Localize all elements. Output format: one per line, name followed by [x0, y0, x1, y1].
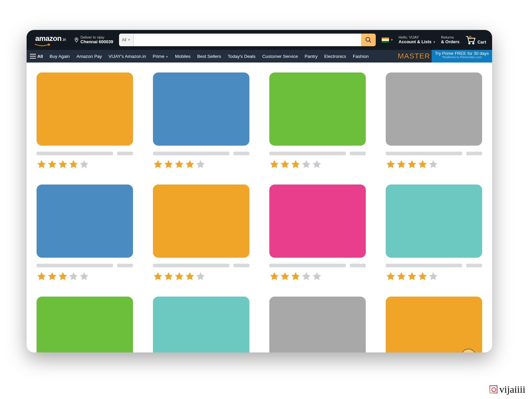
- logo-smile-icon: [33, 44, 53, 47]
- product-thumbnail[interactable]: [269, 297, 366, 352]
- product-card[interactable]: [386, 297, 482, 352]
- nav-item-pantry[interactable]: Pantry: [301, 54, 321, 59]
- product-card[interactable]: [153, 297, 249, 352]
- product-card[interactable]: [153, 185, 249, 281]
- product-thumbnail[interactable]: [37, 185, 133, 258]
- returns-orders[interactable]: Returns & Orders: [438, 34, 462, 46]
- product-thumbnail[interactable]: [153, 185, 249, 258]
- product-thumbnail[interactable]: [153, 297, 249, 352]
- product-thumbnail[interactable]: [37, 72, 133, 146]
- nav-item-best-sellers[interactable]: Best Sellers: [194, 54, 224, 59]
- instagram-icon: [489, 385, 497, 393]
- star-icon: [291, 159, 301, 169]
- search-input[interactable]: [134, 34, 361, 46]
- deliver-to[interactable]: Deliver to vijay Chennai 600039: [71, 34, 116, 46]
- star-icon: [68, 159, 78, 169]
- prime-banner[interactable]: Try Prime FREE for 30 days *Redirects to…: [432, 50, 492, 63]
- star-icon: [174, 271, 184, 281]
- product-thumbnail[interactable]: [386, 185, 482, 258]
- nav-all-label: All: [37, 54, 43, 59]
- star-icon: [312, 271, 322, 281]
- nav-item-customer-service[interactable]: Customer Service: [259, 54, 301, 59]
- product-card[interactable]: [269, 72, 366, 169]
- promo-master[interactable]: MASTER: [398, 52, 432, 61]
- search-button[interactable]: [361, 34, 376, 46]
- product-thumbnail[interactable]: [269, 185, 366, 258]
- product-grid: [37, 72, 482, 352]
- chevron-down-icon: ▼: [166, 55, 169, 59]
- star-icon: [37, 159, 47, 169]
- star-icon: [185, 159, 195, 169]
- star-icon: [428, 159, 438, 169]
- product-thumbnail[interactable]: [269, 72, 366, 146]
- product-card[interactable]: [153, 72, 249, 169]
- star-icon: [301, 271, 311, 281]
- product-card[interactable]: [37, 185, 133, 281]
- returns-line1: Returns: [441, 35, 460, 40]
- star-icon: [164, 159, 174, 169]
- nav-item-prime[interactable]: Prime▼: [149, 54, 172, 59]
- star-icon: [269, 159, 279, 169]
- flag-india-icon: [382, 38, 389, 43]
- logo[interactable]: amazon .in: [30, 32, 71, 48]
- nav-item-electronics[interactable]: Electronics: [321, 54, 349, 59]
- skeleton-text: [386, 264, 482, 267]
- star-icon: [164, 271, 174, 281]
- search-category-label: All: [122, 38, 126, 42]
- product-thumbnail[interactable]: [153, 72, 249, 146]
- nav-bar: All Buy AgainAmazon PayVIJAY's Amazon.in…: [27, 50, 492, 63]
- rating-stars: [386, 271, 482, 281]
- star-icon: [418, 159, 428, 169]
- product-card[interactable]: [37, 72, 133, 169]
- hamburger-icon: [30, 54, 36, 59]
- nav-item-buy-again[interactable]: Buy Again: [46, 54, 73, 59]
- nav-item-vijay-s-amazon-in[interactable]: VIJAY's Amazon.in: [105, 54, 150, 59]
- nav-all-menu[interactable]: All: [27, 54, 46, 59]
- header-bar: amazon .in Deliver to vijay Chennai 6000…: [27, 30, 492, 50]
- product-card[interactable]: [386, 185, 482, 281]
- star-icon: [196, 159, 205, 169]
- returns-line2: & Orders: [441, 40, 460, 45]
- star-icon: [407, 271, 417, 281]
- nav-item-mobiles[interactable]: Mobiles: [172, 54, 194, 59]
- deliver-line2: Chennai 600039: [80, 40, 113, 45]
- star-icon: [280, 159, 290, 169]
- product-thumbnail[interactable]: [386, 72, 482, 146]
- star-icon: [428, 271, 438, 281]
- language-selector[interactable]: ▼: [379, 38, 396, 43]
- content-area: [27, 63, 492, 352]
- fab-button[interactable]: [461, 348, 476, 352]
- product-thumbnail[interactable]: [386, 297, 482, 352]
- cart-count: 0: [469, 35, 471, 40]
- search-icon: [365, 37, 372, 43]
- star-icon: [301, 159, 311, 169]
- cart-button[interactable]: 0 Cart: [462, 34, 489, 46]
- skeleton-text: [37, 152, 133, 155]
- nav-item-amazon-pay[interactable]: Amazon Pay: [73, 54, 105, 59]
- account-menu[interactable]: Hello, VIJAY Account & Lists ▼: [396, 34, 439, 46]
- skeleton-text: [153, 264, 249, 267]
- star-icon: [280, 271, 290, 281]
- nav-item-today-s-deals[interactable]: Today's Deals: [224, 54, 259, 59]
- chevron-down-icon: ▼: [390, 38, 393, 42]
- star-icon: [79, 159, 89, 169]
- app-window: amazon .in Deliver to vijay Chennai 6000…: [27, 30, 492, 352]
- star-icon: [396, 159, 406, 169]
- logo-suffix: .in: [62, 37, 66, 42]
- product-card[interactable]: [269, 297, 366, 352]
- rating-stars: [37, 159, 133, 169]
- svg-point-1: [366, 38, 370, 42]
- svg-line-2: [369, 41, 371, 43]
- product-thumbnail[interactable]: [37, 297, 133, 352]
- product-card[interactable]: [386, 72, 482, 169]
- rating-stars: [269, 271, 366, 281]
- product-card[interactable]: [269, 185, 366, 281]
- star-icon: [269, 271, 279, 281]
- star-icon: [291, 271, 301, 281]
- product-card[interactable]: [37, 297, 133, 352]
- search-category-dropdown[interactable]: All ▼: [119, 34, 133, 46]
- skeleton-text: [386, 152, 482, 155]
- star-icon: [386, 271, 396, 281]
- nav-item-fashion[interactable]: Fashion: [349, 54, 372, 59]
- star-icon: [58, 271, 68, 281]
